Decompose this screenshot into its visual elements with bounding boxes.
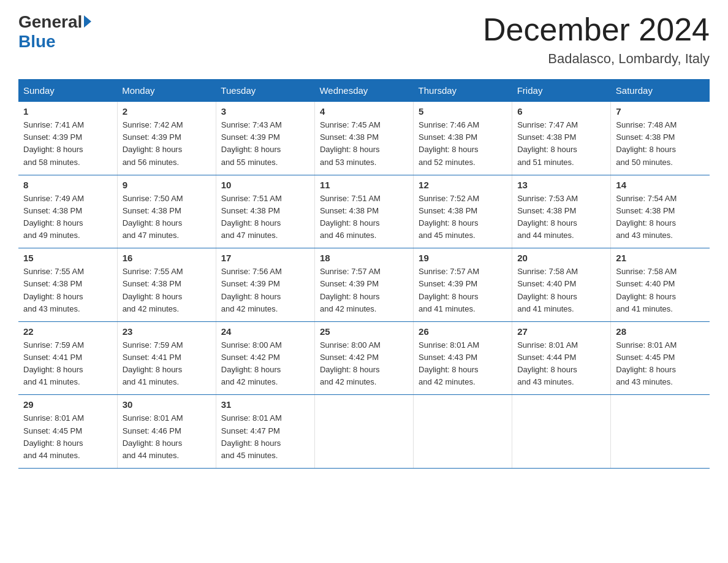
col-sunday: Sunday [18, 79, 117, 102]
day-number: 8 [23, 180, 112, 190]
table-row: 17 Sunrise: 7:56 AMSunset: 4:39 PMDaylig… [216, 248, 314, 322]
day-number: 17 [221, 253, 309, 263]
table-row: 27 Sunrise: 8:01 AMSunset: 4:44 PMDaylig… [512, 321, 611, 395]
day-info: Sunrise: 7:58 AMSunset: 4:40 PMDaylight:… [517, 267, 578, 313]
calendar-week-row: 22 Sunrise: 7:59 AMSunset: 4:41 PMDaylig… [18, 321, 710, 395]
day-number: 18 [320, 253, 408, 263]
table-row: 3 Sunrise: 7:43 AMSunset: 4:39 PMDayligh… [216, 102, 314, 175]
calendar-week-row: 29 Sunrise: 8:01 AMSunset: 4:45 PMDaylig… [18, 395, 710, 469]
day-info: Sunrise: 7:48 AMSunset: 4:38 PMDaylight:… [616, 120, 677, 166]
day-info: Sunrise: 7:56 AMSunset: 4:39 PMDaylight:… [221, 267, 282, 313]
calendar-header-row: Sunday Monday Tuesday Wednesday Thursday… [18, 79, 710, 102]
day-number: 28 [616, 326, 705, 337]
day-info: Sunrise: 7:50 AMSunset: 4:38 PMDaylight:… [123, 194, 183, 240]
table-row: 1 Sunrise: 7:41 AMSunset: 4:39 PMDayligh… [18, 102, 117, 175]
table-row [314, 395, 413, 469]
day-info: Sunrise: 7:53 AMSunset: 4:38 PMDaylight:… [517, 194, 578, 240]
table-row: 2 Sunrise: 7:42 AMSunset: 4:39 PMDayligh… [117, 102, 216, 175]
title-block: December 2024 Badalasco, Lombardy, Italy [483, 12, 710, 67]
day-number: 26 [419, 326, 507, 337]
day-number: 22 [23, 326, 112, 337]
day-info: Sunrise: 7:59 AMSunset: 4:41 PMDaylight:… [123, 340, 183, 386]
day-number: 25 [320, 326, 408, 337]
day-number: 3 [221, 106, 309, 117]
col-monday: Monday [117, 79, 216, 102]
day-number: 21 [616, 253, 705, 263]
day-info: Sunrise: 8:01 AMSunset: 4:45 PMDaylight:… [23, 413, 84, 459]
table-row: 22 Sunrise: 7:59 AMSunset: 4:41 PMDaylig… [18, 321, 117, 395]
day-number: 4 [320, 106, 408, 117]
table-row: 20 Sunrise: 7:58 AMSunset: 4:40 PMDaylig… [512, 248, 611, 322]
table-row [611, 395, 710, 469]
table-row: 14 Sunrise: 7:54 AMSunset: 4:38 PMDaylig… [611, 175, 710, 248]
calendar-week-row: 15 Sunrise: 7:55 AMSunset: 4:38 PMDaylig… [18, 248, 710, 322]
day-info: Sunrise: 7:55 AMSunset: 4:38 PMDaylight:… [23, 267, 84, 313]
location-title: Badalasco, Lombardy, Italy [483, 51, 710, 67]
calendar-table: Sunday Monday Tuesday Wednesday Thursday… [18, 79, 710, 469]
day-number: 7 [616, 106, 705, 117]
day-info: Sunrise: 7:58 AMSunset: 4:40 PMDaylight:… [616, 267, 677, 313]
table-row: 10 Sunrise: 7:51 AMSunset: 4:38 PMDaylig… [216, 175, 314, 248]
day-number: 31 [221, 399, 309, 410]
table-row: 12 Sunrise: 7:52 AMSunset: 4:38 PMDaylig… [414, 175, 512, 248]
table-row: 28 Sunrise: 8:01 AMSunset: 4:45 PMDaylig… [611, 321, 710, 395]
table-row: 15 Sunrise: 7:55 AMSunset: 4:38 PMDaylig… [18, 248, 117, 322]
table-row: 26 Sunrise: 8:01 AMSunset: 4:43 PMDaylig… [414, 321, 512, 395]
table-row: 9 Sunrise: 7:50 AMSunset: 4:38 PMDayligh… [117, 175, 216, 248]
day-info: Sunrise: 8:01 AMSunset: 4:45 PMDaylight:… [616, 340, 677, 386]
col-thursday: Thursday [414, 79, 512, 102]
table-row: 6 Sunrise: 7:47 AMSunset: 4:38 PMDayligh… [512, 102, 611, 175]
day-info: Sunrise: 8:01 AMSunset: 4:47 PMDaylight:… [221, 413, 282, 459]
day-number: 19 [419, 253, 507, 263]
day-number: 14 [616, 180, 705, 190]
day-number: 10 [221, 180, 309, 190]
logo-blue-text: Blue [18, 32, 56, 52]
day-number: 9 [123, 180, 211, 190]
page-header: General Blue December 2024 Badalasco, Lo… [18, 12, 710, 67]
day-number: 2 [123, 106, 211, 117]
logo-arrow-icon [84, 15, 91, 28]
day-info: Sunrise: 7:41 AMSunset: 4:39 PMDaylight:… [23, 120, 84, 166]
table-row: 8 Sunrise: 7:49 AMSunset: 4:38 PMDayligh… [18, 175, 117, 248]
day-number: 20 [517, 253, 605, 263]
table-row [414, 395, 512, 469]
col-tuesday: Tuesday [216, 79, 314, 102]
day-number: 23 [123, 326, 211, 337]
logo-general-text: General [18, 12, 82, 32]
day-info: Sunrise: 7:49 AMSunset: 4:38 PMDaylight:… [23, 194, 84, 240]
month-title: December 2024 [483, 12, 710, 47]
table-row [512, 395, 611, 469]
day-number: 11 [320, 180, 408, 190]
table-row: 21 Sunrise: 7:58 AMSunset: 4:40 PMDaylig… [611, 248, 710, 322]
day-info: Sunrise: 7:59 AMSunset: 4:41 PMDaylight:… [23, 340, 84, 386]
day-info: Sunrise: 8:01 AMSunset: 4:43 PMDaylight:… [419, 340, 479, 386]
day-info: Sunrise: 7:45 AMSunset: 4:38 PMDaylight:… [320, 120, 381, 166]
day-info: Sunrise: 7:47 AMSunset: 4:38 PMDaylight:… [517, 120, 578, 166]
day-info: Sunrise: 7:51 AMSunset: 4:38 PMDaylight:… [221, 194, 282, 240]
day-number: 1 [23, 106, 112, 117]
table-row: 13 Sunrise: 7:53 AMSunset: 4:38 PMDaylig… [512, 175, 611, 248]
table-row: 25 Sunrise: 8:00 AMSunset: 4:42 PMDaylig… [314, 321, 413, 395]
table-row: 19 Sunrise: 7:57 AMSunset: 4:39 PMDaylig… [414, 248, 512, 322]
day-number: 27 [517, 326, 605, 337]
day-number: 12 [419, 180, 507, 190]
table-row: 7 Sunrise: 7:48 AMSunset: 4:38 PMDayligh… [611, 102, 710, 175]
day-number: 6 [517, 106, 605, 117]
table-row: 4 Sunrise: 7:45 AMSunset: 4:38 PMDayligh… [314, 102, 413, 175]
day-info: Sunrise: 8:00 AMSunset: 4:42 PMDaylight:… [221, 340, 282, 386]
table-row: 16 Sunrise: 7:55 AMSunset: 4:38 PMDaylig… [117, 248, 216, 322]
col-friday: Friday [512, 79, 611, 102]
day-info: Sunrise: 7:42 AMSunset: 4:39 PMDaylight:… [123, 120, 183, 166]
table-row: 18 Sunrise: 7:57 AMSunset: 4:39 PMDaylig… [314, 248, 413, 322]
day-number: 24 [221, 326, 309, 337]
day-number: 15 [23, 253, 112, 263]
table-row: 23 Sunrise: 7:59 AMSunset: 4:41 PMDaylig… [117, 321, 216, 395]
day-info: Sunrise: 7:54 AMSunset: 4:38 PMDaylight:… [616, 194, 677, 240]
day-info: Sunrise: 7:57 AMSunset: 4:39 PMDaylight:… [419, 267, 479, 313]
day-info: Sunrise: 8:00 AMSunset: 4:42 PMDaylight:… [320, 340, 381, 386]
calendar-week-row: 1 Sunrise: 7:41 AMSunset: 4:39 PMDayligh… [18, 102, 710, 175]
day-number: 13 [517, 180, 605, 190]
day-info: Sunrise: 7:46 AMSunset: 4:38 PMDaylight:… [419, 120, 479, 166]
day-number: 16 [123, 253, 211, 263]
day-info: Sunrise: 7:51 AMSunset: 4:38 PMDaylight:… [320, 194, 381, 240]
